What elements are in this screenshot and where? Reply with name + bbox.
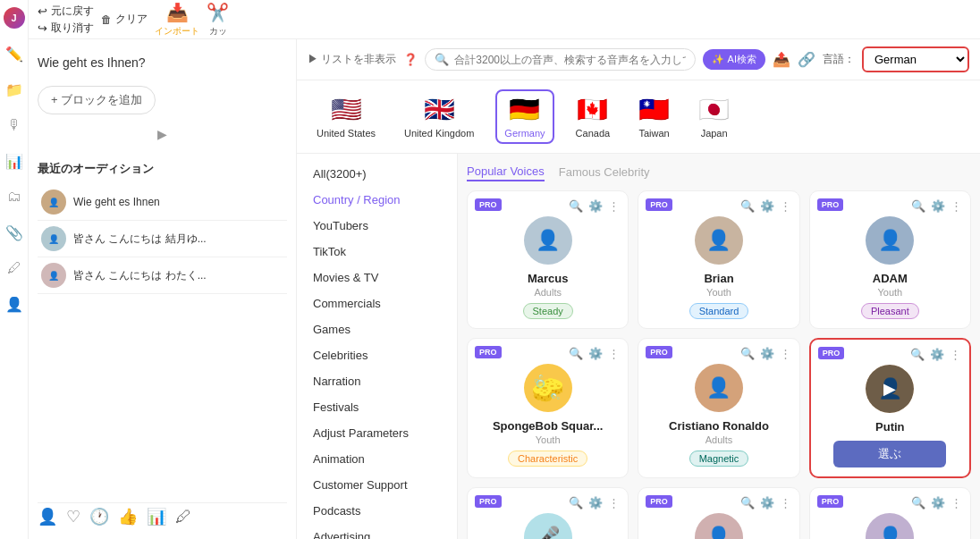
- country-taiwan[interactable]: 🇹🇼 Taiwan: [631, 91, 677, 142]
- more-card-icon[interactable]: ⋮: [779, 346, 792, 361]
- card-actions: 🔍 ⚙️ ⋮: [739, 495, 792, 510]
- ai-search-button[interactable]: ✨ AI検索: [703, 49, 765, 70]
- tab-famous-celebrity[interactable]: Famous Celebrity: [559, 163, 650, 181]
- category-movies-tv[interactable]: Movies & TV: [297, 265, 457, 291]
- tw-label: Taiwan: [639, 128, 670, 139]
- language-select[interactable]: German English Japanese: [862, 46, 969, 72]
- back-button[interactable]: ↩ 元に戻す: [38, 4, 94, 19]
- country-japan[interactable]: 🇯🇵 Japan: [691, 91, 737, 142]
- pro-badge: PRO: [646, 198, 672, 211]
- settings-card-icon[interactable]: ⚙️: [587, 346, 604, 361]
- settings-card-icon[interactable]: ⚙️: [587, 198, 604, 214]
- search-bar: 🔍: [425, 48, 695, 71]
- expand-button[interactable]: ▶: [38, 123, 287, 145]
- search-card-icon[interactable]: 🔍: [568, 346, 584, 361]
- category-youtubers[interactable]: YouTubers: [297, 213, 457, 239]
- category-animation[interactable]: Animation: [297, 446, 457, 472]
- country-germany[interactable]: 🇩🇪 Germany: [495, 89, 553, 144]
- voice-tag: Pleasant: [861, 303, 919, 319]
- more-card-icon[interactable]: ⋮: [950, 495, 963, 510]
- country-canada[interactable]: 🇨🇦 Canada: [569, 91, 618, 142]
- settings-card-icon[interactable]: ⚙️: [587, 495, 604, 510]
- category-games[interactable]: Games: [297, 316, 457, 342]
- country-us[interactable]: 🇺🇸 United States: [309, 91, 383, 142]
- pen-icon[interactable]: 🖊: [175, 508, 191, 526]
- search-card-icon[interactable]: 🔍: [568, 495, 584, 510]
- heart-icon[interactable]: ♡: [66, 507, 80, 526]
- more-card-icon[interactable]: ⋮: [779, 198, 792, 214]
- card-actions: 🔍 ⚙️ ⋮: [909, 347, 962, 362]
- category-tiktok[interactable]: TikTok: [297, 239, 457, 265]
- settings-card-icon[interactable]: ⚙️: [929, 347, 945, 362]
- more-card-icon[interactable]: ⋮: [607, 346, 621, 361]
- user-avatar[interactable]: J: [4, 7, 25, 29]
- sidebar-icon-brush[interactable]: ✏️: [4, 43, 25, 64]
- clock-icon[interactable]: 🕐: [89, 507, 109, 526]
- list-item[interactable]: 👤 皆さん こんにちは わたく...: [38, 257, 287, 294]
- category-customer-support[interactable]: Customer Support: [297, 472, 457, 498]
- clear-button[interactable]: 🗑 クリア: [101, 12, 148, 27]
- redo-button[interactable]: ↪ 取り消す: [38, 21, 94, 36]
- more-card-icon[interactable]: ⋮: [779, 495, 792, 510]
- sidebar-icon-layers[interactable]: 🗂: [4, 186, 25, 207]
- add-block-button[interactable]: + ブロックを追加: [38, 86, 156, 114]
- main-panel: ↩ 元に戻す ↪ 取り消す 🗑 クリア 📥 インポート ✂️ カッ: [29, 0, 980, 539]
- category-podcasts[interactable]: Podcasts: [297, 498, 457, 524]
- search-card-icon[interactable]: 🔍: [739, 495, 756, 510]
- sidebar-icon-chart[interactable]: 📊: [4, 150, 25, 172]
- voice-avatar-putin[interactable]: 👤: [866, 365, 914, 413]
- search-card-icon[interactable]: 🔍: [910, 495, 926, 510]
- category-country-region[interactable]: Country / Region: [297, 187, 457, 213]
- category-all[interactable]: All(3200+): [297, 161, 457, 187]
- settings-card-icon[interactable]: ⚙️: [759, 495, 775, 510]
- category-narration[interactable]: Narration: [297, 368, 457, 394]
- more-card-icon[interactable]: ⋮: [607, 198, 621, 214]
- cut-button[interactable]: ✂️ カッ: [207, 2, 229, 38]
- category-adjust-parameters[interactable]: Adjust Parameters: [297, 420, 457, 446]
- ca-flag-icon: 🇨🇦: [577, 95, 608, 124]
- import-button[interactable]: 📥 インポート: [155, 2, 199, 38]
- more-card-icon[interactable]: ⋮: [950, 198, 963, 214]
- settings-card-icon[interactable]: ⚙️: [759, 198, 775, 214]
- avatar-wrap: 👤: [819, 513, 961, 539]
- sidebar-icon-clip[interactable]: 📎: [4, 222, 25, 243]
- tab-popular-voices[interactable]: Popular Voices: [467, 163, 545, 181]
- more-card-icon[interactable]: ⋮: [607, 495, 621, 510]
- voice-avatar-spongebob: 🧽: [524, 364, 572, 412]
- category-commercials[interactable]: Commercials: [297, 291, 457, 316]
- search-card-icon[interactable]: 🔍: [739, 346, 756, 361]
- list-toggle[interactable]: ▶ リストを非表示: [308, 52, 396, 67]
- upload-icon[interactable]: 📤: [773, 51, 790, 68]
- settings-card-icon[interactable]: ⚙️: [759, 346, 775, 361]
- list-item[interactable]: 👤 Wie geht es Ihnen: [38, 184, 287, 221]
- avatar: 👤: [41, 226, 66, 251]
- more-card-icon[interactable]: ⋮: [949, 347, 962, 362]
- search-card-icon[interactable]: 🔍: [568, 198, 584, 214]
- link-icon[interactable]: 🔗: [798, 51, 815, 68]
- search-input[interactable]: [454, 54, 685, 66]
- country-uk[interactable]: 🇬🇧 United Kingdom: [397, 91, 481, 142]
- list-item[interactable]: 👤 皆さん こんにちは 結月ゆ...: [38, 221, 287, 257]
- search-card-icon[interactable]: 🔍: [909, 347, 925, 362]
- category-festivals[interactable]: Festivals: [297, 394, 457, 420]
- voice-card-putin: PRO 🔍 ⚙️ ⋮ 👤 Putin 選ぶ: [809, 338, 971, 478]
- thumbs-up-icon[interactable]: 👍: [118, 507, 138, 526]
- sidebar-icon-person[interactable]: 👤: [4, 293, 25, 315]
- back-icon: ↩: [38, 4, 47, 18]
- settings-card-icon[interactable]: ⚙️: [930, 495, 946, 510]
- sidebar-icon-pen[interactable]: 🖊: [4, 257, 25, 279]
- search-card-icon[interactable]: 🔍: [910, 198, 926, 214]
- pro-badge: PRO: [646, 346, 672, 358]
- sidebar-icon-microphone[interactable]: 🎙: [4, 114, 25, 136]
- chart-icon[interactable]: 📊: [147, 507, 166, 526]
- search-card-icon[interactable]: 🔍: [739, 198, 756, 214]
- voice-age: Youth: [647, 287, 790, 298]
- settings-card-icon[interactable]: ⚙️: [930, 198, 946, 214]
- person-icon[interactable]: 👤: [38, 507, 57, 526]
- category-advertising[interactable]: Advertising: [297, 524, 457, 539]
- question-icon: ❓: [403, 53, 418, 66]
- sidebar-icon-folder[interactable]: 📁: [4, 79, 25, 100]
- select-voice-button[interactable]: 選ぶ: [833, 441, 946, 467]
- recent-title: 最近のオーディション: [38, 161, 287, 177]
- category-celebrities[interactable]: Celebrities: [297, 342, 457, 368]
